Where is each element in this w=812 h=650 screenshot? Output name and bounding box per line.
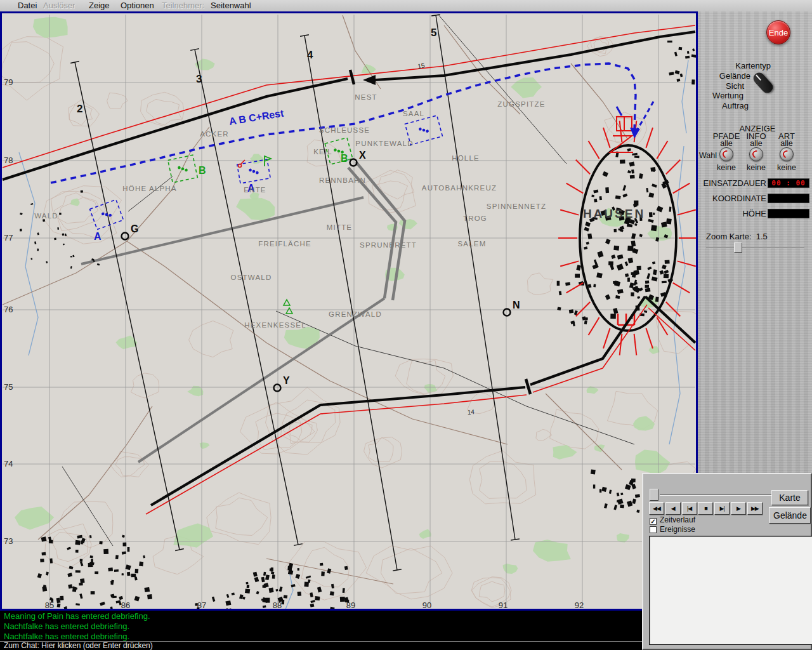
chat-message: Nachtfalke has entered debriefing. xyxy=(0,632,642,642)
place-label: GRENZWALD xyxy=(329,310,382,318)
zoom-slider[interactable] xyxy=(706,242,804,253)
kartentyp-title: Kartentyp xyxy=(735,61,771,70)
grid-number: 90 xyxy=(422,600,431,609)
place-label: SPRUNBRETT xyxy=(360,241,417,249)
kartentyp-option-wertung[interactable]: Wertung xyxy=(712,91,743,100)
place-label: AUTOBAHNKREUZ xyxy=(422,184,497,192)
play-backward-button[interactable]: ◀ xyxy=(665,502,681,515)
kartentyp-option-auftrag[interactable]: Auftrag xyxy=(722,101,749,110)
phase-line-number: 3 xyxy=(196,73,202,85)
checkbox-zeitverlauf[interactable]: ✓Zeitverlauf xyxy=(650,515,695,524)
zoom-slider-thumb[interactable] xyxy=(734,242,742,253)
wahl-label: Wahl xyxy=(699,151,717,160)
kartentyp-option-sicht[interactable]: Sicht xyxy=(726,81,744,91)
grid-number: 76 xyxy=(4,305,13,314)
topo-map[interactable]: 7978777675747385868788899091922345A B C+… xyxy=(2,13,696,609)
waypoint-letter: G xyxy=(131,223,138,234)
timeline-slider[interactable] xyxy=(650,487,776,502)
phase-line-number: 5 xyxy=(431,27,436,39)
menu-item-auslöser: Auslöser xyxy=(43,0,75,11)
waypoint-letter: Y xyxy=(283,375,290,386)
chat-message: Nachtfalke has entered debriefing. xyxy=(0,621,642,632)
place-label: PUNKTEWALD xyxy=(355,140,413,147)
place-label: SAAL xyxy=(403,110,424,117)
rotary-knob-info[interactable] xyxy=(749,147,763,161)
display-label-2: HÖHE xyxy=(742,209,766,218)
display-label-1: KOORDINATE xyxy=(712,194,766,203)
end-button[interactable]: Ende xyxy=(766,20,790,44)
zoom-slider-track xyxy=(706,247,804,248)
menu-item-zeige[interactable]: Zeige xyxy=(89,0,110,11)
place-label: HÖLLE xyxy=(452,154,480,162)
unit-label: B xyxy=(341,153,348,164)
timeline-track xyxy=(660,494,774,496)
road-number: 15 xyxy=(417,62,426,70)
gelaende-button[interactable]: Gelände xyxy=(769,507,811,524)
menu-item-optionen[interactable]: Optionen xyxy=(121,0,154,11)
phase-line-number: 2 xyxy=(77,103,82,115)
app-window: DateiAuslöserZeigeOptionenTeilnehmer:Sei… xyxy=(0,0,812,650)
zoom-label: Zoom Karte: xyxy=(706,232,752,241)
menu-item-seitenwahl[interactable]: Seitenwahl xyxy=(211,0,251,11)
step-forward-button[interactable]: ▶| xyxy=(714,502,730,515)
menu-item-datei[interactable]: Datei xyxy=(18,0,37,11)
place-label: SPINNENNETZ xyxy=(487,202,546,210)
place-label: TROG xyxy=(463,215,487,222)
knob-option-keine: keine xyxy=(761,163,812,172)
waypoint-letter: X xyxy=(359,150,366,161)
place-label: ACKER xyxy=(200,130,229,138)
unit-label: B xyxy=(199,165,206,176)
place-label: ZUGSPITZE xyxy=(497,100,545,108)
knob-pointer-icon xyxy=(756,75,761,81)
knob-option-alle: alle xyxy=(761,139,812,148)
rotary-knob-pfade[interactable] xyxy=(719,147,733,161)
grid-number: 73 xyxy=(4,536,13,546)
grid-number: 75 xyxy=(4,382,13,392)
unchecked-box-icon[interactable] xyxy=(650,526,657,533)
chat-statusbar[interactable]: Zum Chat: Hier klicken (oder Enter drück… xyxy=(0,641,642,650)
kartentyp-knob[interactable] xyxy=(751,70,775,96)
place-label: FREIFLÄCHE xyxy=(258,240,311,248)
karte-button[interactable]: Karte xyxy=(771,490,808,505)
town-label: HAUSEN xyxy=(583,207,645,220)
grid-number: 77 xyxy=(4,233,13,242)
map-window: 7978777675747385868788899091922345A B C+… xyxy=(0,11,698,611)
place-label: SALEM xyxy=(458,240,487,248)
event-listbox[interactable] xyxy=(649,536,812,645)
fast-forward-button[interactable]: ▶▶ xyxy=(747,502,763,515)
phase-line-number: 4 xyxy=(307,49,313,61)
checkbox-ereignisse[interactable]: Ereignisse xyxy=(650,525,695,534)
lcd-display-2 xyxy=(768,209,809,218)
zoom-value: 1.5 xyxy=(756,232,768,241)
chat-log: Meaning of Pain has entered debriefing.N… xyxy=(0,611,642,641)
playback-panel: ◀◀◀|◀■▶|▶▶▶ Karte Gelände ✓ZeitverlaufEr… xyxy=(642,473,812,650)
timeline-thumb[interactable] xyxy=(650,489,658,501)
place-label: KEIL xyxy=(313,148,332,156)
place-label: HEXENKESSEL xyxy=(244,321,306,329)
checked-box-icon[interactable]: ✓ xyxy=(650,518,657,525)
menu-item-teilnehmer: Teilnehmer: xyxy=(162,0,204,11)
road-number: 14 xyxy=(467,408,475,416)
display-label-0: EINSATZDAUER xyxy=(704,178,766,188)
rotary-knob-art[interactable] xyxy=(780,147,794,161)
unit-label: A xyxy=(94,231,102,242)
rewind-button[interactable]: ◀◀ xyxy=(649,502,664,515)
grid-number: 92 xyxy=(575,600,584,609)
checkbox-label: Zeitverlauf xyxy=(660,515,695,524)
place-label: NEST xyxy=(355,93,377,101)
step-backward-button[interactable]: |◀ xyxy=(682,502,697,515)
lcd-display-0: 00 : 00 xyxy=(768,178,809,188)
knob-pointer-icon xyxy=(751,149,761,159)
grid-number: 79 xyxy=(4,77,13,87)
kartentyp-option-gelände[interactable]: Gelände xyxy=(719,71,750,81)
checkbox-label: Ereignisse xyxy=(660,525,695,534)
play-button[interactable]: ▶ xyxy=(731,502,746,515)
place-label: OSTWALD xyxy=(231,274,272,281)
grid-number: 91 xyxy=(499,600,508,609)
chat-message: Meaning of Pain has entered debriefing. xyxy=(0,611,642,621)
place-label: ENTE xyxy=(244,186,266,194)
lcd-display-1 xyxy=(768,194,809,203)
place-label: WALD xyxy=(34,212,58,220)
stop-button[interactable]: ■ xyxy=(698,502,713,515)
grid-number: 74 xyxy=(4,459,13,468)
